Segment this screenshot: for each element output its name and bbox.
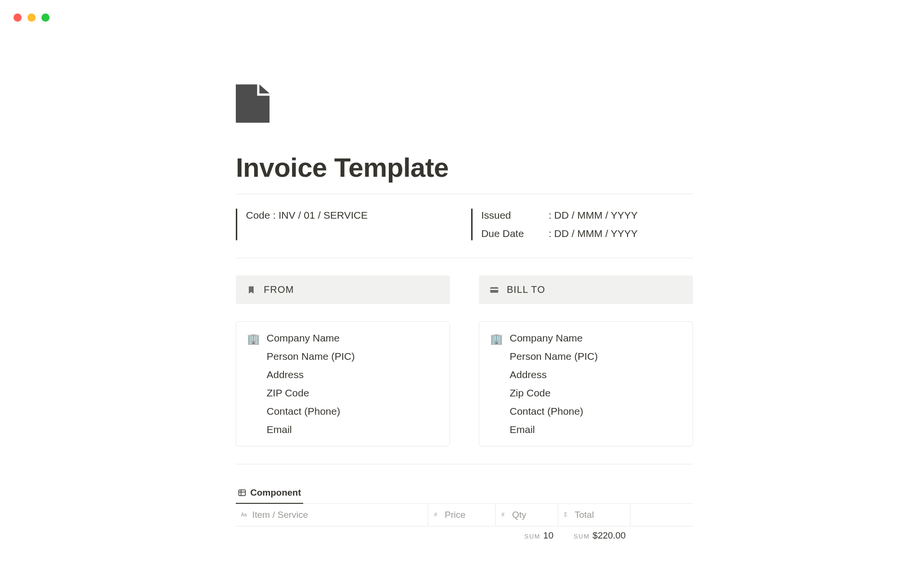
from-header[interactable]: FROM (236, 276, 450, 304)
page-file-icon[interactable] (236, 84, 270, 123)
tab-component-label: Component (250, 487, 301, 498)
from-column: FROM 🏢 Company Name Person Name (PIC) Ad… (236, 276, 450, 447)
svg-rect-1 (490, 289, 499, 290)
building-icon: 🏢 (490, 332, 503, 435)
tab-component[interactable]: Component (236, 484, 303, 504)
column-total[interactable]: Σ Total (558, 504, 630, 526)
from-email: Email (267, 424, 355, 435)
column-qty-label: Qty (512, 510, 526, 520)
invoice-meta-row: Code : INV / 01 / SERVICE Issued : DD / … (236, 194, 693, 258)
bill-to-person: Person Name (PIC) (510, 351, 598, 362)
parties-row: FROM 🏢 Company Name Person Name (PIC) Ad… (236, 276, 693, 447)
bill-to-contact: Contact (Phone) (510, 406, 598, 417)
divider (236, 258, 693, 258)
sum-label: SUM (524, 533, 540, 540)
svg-text:#: # (434, 512, 437, 517)
table-sum-row: SUM 10 SUM $220.00 (236, 526, 693, 541)
database-tabs: Component (236, 484, 693, 504)
number-prop-icon: # (500, 511, 508, 519)
bill-to-email: Email (510, 424, 598, 435)
from-contact: Contact (Phone) (267, 406, 355, 417)
divider (236, 464, 693, 464)
bill-to-column: BILL TO 🏢 Company Name Person Name (PIC)… (479, 276, 693, 447)
quote-bar-icon (471, 209, 473, 240)
from-company: Company Name (267, 332, 355, 344)
column-item-service[interactable]: Aa Item / Service (236, 504, 428, 526)
title-prop-icon: Aa (241, 511, 248, 519)
from-card[interactable]: 🏢 Company Name Person Name (PIC) Address… (236, 321, 450, 447)
column-price-label: Price (445, 510, 465, 520)
table-icon (238, 488, 246, 497)
bill-to-zip: Zip Code (510, 387, 598, 399)
due-date-value: : DD / MMM / YYYY (549, 228, 638, 239)
window-traffic-lights (13, 13, 50, 22)
svg-text:#: # (501, 512, 505, 517)
card-icon (489, 285, 499, 295)
maximize-window-button[interactable] (41, 13, 50, 22)
page-content: Invoice Template Code : INV / 01 / SERVI… (236, 84, 693, 541)
close-window-button[interactable] (13, 13, 22, 22)
building-icon: 🏢 (247, 332, 260, 435)
bookmark-icon (246, 285, 256, 295)
minimize-window-button[interactable] (27, 13, 36, 22)
issued-label: Issued (481, 210, 549, 221)
column-price[interactable]: # Price (428, 504, 496, 526)
svg-rect-2 (239, 490, 245, 496)
sum-total-cell[interactable]: SUM $220.00 (558, 530, 630, 541)
bill-to-header-label: BILL TO (507, 284, 545, 295)
bill-to-card[interactable]: 🏢 Company Name Person Name (PIC) Address… (479, 321, 693, 447)
page-title[interactable]: Invoice Template (236, 152, 693, 183)
column-qty[interactable]: # Qty (496, 504, 558, 526)
issued-value: : DD / MMM / YYYY (549, 210, 638, 221)
sum-qty-cell[interactable]: SUM 10 (496, 530, 558, 541)
column-item-label: Item / Service (252, 510, 308, 520)
column-total-label: Total (575, 510, 594, 520)
table-header-row: Aa Item / Service # Price # Qty Σ Total (236, 504, 693, 526)
number-prop-icon: # (433, 511, 441, 519)
column-extra[interactable] (630, 504, 693, 526)
from-person: Person Name (PIC) (267, 351, 355, 362)
invoice-code: Code : INV / 01 / SERVICE (246, 210, 368, 221)
from-address: Address (267, 369, 355, 381)
due-date-label: Due Date (481, 228, 549, 239)
bill-to-company: Company Name (510, 332, 598, 344)
from-header-label: FROM (264, 284, 294, 295)
from-zip: ZIP Code (267, 387, 355, 399)
invoice-code-block[interactable]: Code : INV / 01 / SERVICE (236, 209, 368, 240)
invoice-dates-block[interactable]: Issued : DD / MMM / YYYY Due Date : DD /… (471, 209, 693, 240)
sum-qty-value: 10 (543, 530, 553, 541)
sum-total-value: $220.00 (592, 530, 626, 541)
quote-bar-icon (236, 209, 237, 240)
svg-text:Aa: Aa (241, 512, 247, 517)
bill-to-header[interactable]: BILL TO (479, 276, 693, 304)
sum-label: SUM (574, 533, 590, 540)
bill-to-address: Address (510, 369, 598, 381)
formula-prop-icon: Σ (563, 511, 571, 519)
svg-text:Σ: Σ (564, 512, 567, 517)
